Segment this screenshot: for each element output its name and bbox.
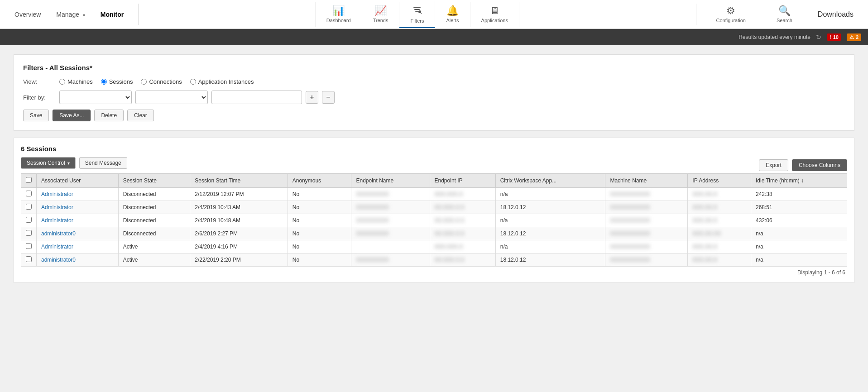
row-machine-name: XXXXXXXXXXX (605, 227, 688, 240)
row-user[interactable]: Administrator (37, 201, 119, 214)
radio-app-instances-label: Application Instances (198, 78, 254, 85)
export-button[interactable]: Export (759, 159, 788, 171)
row-checkbox[interactable] (26, 230, 32, 236)
row-machine-name: XXXXXXXXXXX (605, 240, 688, 253)
warning-badge[interactable]: ⚠ 2 (847, 33, 861, 41)
row-state: Disconnected (118, 227, 190, 240)
send-message-button[interactable]: Send Message (79, 157, 127, 169)
row-machine-name: XXXXXXXXXXX (605, 188, 688, 201)
header-session-state: Session State (118, 174, 190, 188)
row-citrix-app: 18.12.0.12 (495, 253, 605, 267)
row-state: Active (118, 240, 190, 253)
row-anonymous: No (288, 201, 351, 214)
table-header: Associated User Session State Session St… (21, 174, 847, 188)
filter-buttons: Save Save As... Delete Clear (23, 110, 845, 121)
nav-trends[interactable]: 📈 Trends (362, 2, 400, 27)
nav-dashboard[interactable]: 📊 Dashboard (315, 2, 362, 27)
row-checkbox[interactable] (26, 217, 32, 223)
pager: Displaying 1 - 6 of 6 (21, 267, 847, 276)
nav-right: ⚙ Configuration 🔍 Search Downloads (696, 0, 868, 29)
save-button[interactable]: Save (23, 110, 49, 121)
nav-filters[interactable]: Filters (399, 1, 435, 28)
nav-overview[interactable]: Overview (9, 7, 46, 22)
warning-badge-icon: ⚠ (849, 34, 854, 40)
radio-machines[interactable]: Machines (59, 78, 93, 85)
filter-text-input[interactable] (211, 91, 302, 104)
session-control-button[interactable]: Session Control ▾ (21, 157, 76, 169)
row-machine-name: XXXXXXXXXXX (605, 253, 688, 267)
filter-select-1[interactable] (59, 91, 132, 104)
row-checkbox[interactable] (26, 256, 32, 262)
radio-app-instances-input[interactable] (190, 79, 196, 85)
refresh-icon[interactable]: ↻ (816, 33, 821, 41)
delete-button[interactable]: Delete (94, 110, 124, 121)
clear-button[interactable]: Clear (127, 110, 154, 121)
header-endpoint-ip: Endpoint IP (430, 174, 495, 188)
remove-filter-button[interactable]: − (322, 91, 335, 104)
row-idle-time: 242:38 (751, 188, 847, 201)
select-all-checkbox[interactable] (26, 177, 32, 183)
row-idle-time: 268:51 (751, 201, 847, 214)
header-machine-name: Machine Name (605, 174, 688, 188)
radio-connections-input[interactable] (141, 79, 147, 85)
choose-columns-button[interactable]: Choose Columns (792, 159, 847, 171)
nav-alerts[interactable]: 🔔 Alerts (435, 2, 470, 27)
row-endpoint-name (351, 240, 430, 253)
row-state: Active (118, 253, 190, 267)
row-citrix-app: 18.12.0.12 (495, 201, 605, 214)
add-filter-button[interactable]: + (306, 91, 318, 104)
row-anonymous: No (288, 188, 351, 201)
row-idle-time: n/a (751, 227, 847, 240)
radio-sessions[interactable]: Sessions (101, 78, 133, 85)
nav-manage[interactable]: Manage ▾ (51, 7, 90, 22)
row-ip-address: XXX.XX.XX (688, 227, 751, 240)
row-endpoint-name: XXXXXXXXX (351, 253, 430, 267)
nav-configuration[interactable]: ⚙ Configuration (705, 2, 757, 27)
error-badge[interactable]: ! 10 (827, 33, 841, 41)
row-checkbox[interactable] (26, 191, 32, 196)
row-idle-time: n/a (751, 253, 847, 267)
table-row: Administrator Disconnected 2/12/2019 12:… (21, 188, 847, 201)
radio-sessions-label: Sessions (109, 78, 133, 85)
filter-title: Filters - All Sessions* (23, 64, 845, 72)
row-ip-address: XXX.XX.X (688, 214, 751, 227)
radio-connections[interactable]: Connections (141, 78, 182, 85)
nav-left: Overview Manage ▾ Monitor (0, 0, 138, 29)
status-bar: Results updated every minute ↻ ! 10 ⚠ 2 (0, 29, 868, 45)
row-user[interactable]: Administrator (37, 240, 119, 253)
nav-monitor[interactable]: Monitor (95, 7, 129, 22)
row-anonymous: No (288, 214, 351, 227)
radio-app-instances[interactable]: Application Instances (190, 78, 254, 85)
filter-by-controls: + − (59, 91, 335, 104)
filters-label: Filters (410, 18, 424, 24)
top-navigation: Overview Manage ▾ Monitor 📊 Dashboard 📈 … (0, 0, 868, 29)
row-citrix-app: n/a (495, 214, 605, 227)
main-content: Filters - All Sessions* View: Machines S… (0, 45, 868, 392)
row-citrix-app: 18.12.0.12 (495, 227, 605, 240)
radio-connections-label: Connections (149, 78, 182, 85)
filter-select-2[interactable] (135, 91, 208, 104)
row-state: Disconnected (118, 201, 190, 214)
nav-applications[interactable]: 🖥 Applications (470, 2, 519, 27)
header-associated-user: Associated User (37, 174, 119, 188)
downloads-button[interactable]: Downloads (812, 7, 859, 22)
radio-machines-input[interactable] (59, 79, 65, 85)
row-user[interactable]: Administrator (37, 188, 119, 201)
row-ip-address: XXX.XX.X (688, 201, 751, 214)
save-as-button[interactable]: Save As... (53, 110, 91, 121)
row-endpoint-ip: XXX.XXX.X (430, 240, 495, 253)
filter-by-row: Filter by: + − (23, 91, 845, 104)
radio-sessions-input[interactable] (101, 79, 107, 85)
row-checkbox[interactable] (26, 204, 32, 210)
row-user[interactable]: Administrator (37, 214, 119, 227)
header-citrix-app: Citrix Workspace App... (495, 174, 605, 188)
error-badge-count: 10 (833, 34, 839, 40)
row-start-time: 2/4/2019 4:16 PM (190, 240, 288, 253)
row-idle-time: n/a (751, 240, 847, 253)
row-user[interactable]: administrator0 (37, 227, 119, 240)
nav-search[interactable]: 🔍 Search (766, 2, 803, 27)
sessions-section: 6 Sessions Session Control ▾ Send Messag… (14, 138, 854, 283)
row-checkbox[interactable] (26, 243, 32, 249)
row-user[interactable]: administrator0 (37, 253, 119, 267)
error-badge-icon: ! (830, 34, 831, 40)
